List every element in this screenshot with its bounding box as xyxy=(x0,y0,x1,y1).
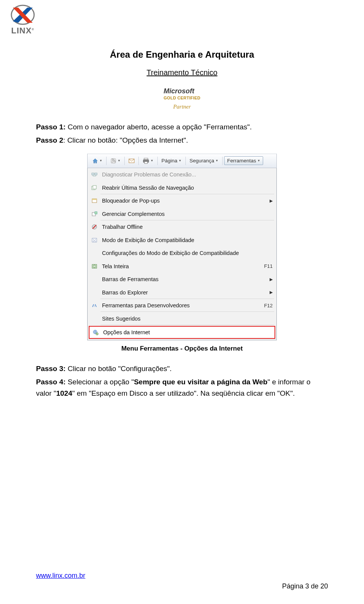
blank-icon xyxy=(90,275,99,283)
toolbar-separator xyxy=(106,157,107,165)
addon-icon xyxy=(90,210,99,218)
chevron-down-icon: ▼ xyxy=(99,159,102,162)
menu-item-reopen-session[interactable]: Reabrir Última Sessão de Navegação xyxy=(88,181,276,194)
menu-item-compat-settings[interactable]: Configurações do Modo de Exibição de Com… xyxy=(88,247,276,260)
toolbar-page-label: Página xyxy=(162,158,177,164)
menu-label: Barras de Ferramentas xyxy=(102,276,265,282)
toolbar-separator xyxy=(157,157,158,165)
document-header: Área de Engenharia e Arquitetura Treinam… xyxy=(36,49,328,110)
footer-link[interactable]: www.linx.com.br xyxy=(36,572,85,579)
toolbar-page-button[interactable]: Página ▼ xyxy=(159,156,184,165)
badge-microsoft: Microsoft xyxy=(163,88,200,94)
network-icon xyxy=(90,171,99,178)
toolbar-mail-button[interactable] xyxy=(126,157,137,165)
step-2: Passo 2: Clicar no botão: "Opções da Int… xyxy=(36,135,328,146)
toolbar-separator xyxy=(138,157,139,165)
step-4-bold-b: 1024 xyxy=(56,389,72,397)
page-title: Área de Engenharia e Arquitetura xyxy=(36,49,328,60)
svg-rect-14 xyxy=(95,212,97,214)
step-1-text: Com o navegador aberto, acesse a opção "… xyxy=(66,123,252,131)
menu-label: Reabrir Última Sessão de Navegação xyxy=(102,185,273,191)
tabs-icon xyxy=(90,184,99,192)
toolbar-tools-button[interactable]: Ferramentas ▼ xyxy=(224,156,263,165)
linx-logo: LINX® xyxy=(5,5,40,36)
step-1: Passo 1: Com o navegador aberto, acesse … xyxy=(36,121,328,132)
toolbar-separator xyxy=(185,157,186,165)
screenshot-caption: Menu Ferramentas - Opções da Internet xyxy=(36,345,328,352)
body-text-lower: Passo 3: Clicar no botão "Configurações"… xyxy=(36,363,328,399)
footer: www.linx.com.br xyxy=(36,572,328,580)
toolbar-security-button[interactable]: Segurança ▼ xyxy=(187,156,221,165)
menu-label: Gerenciar Complementos xyxy=(102,211,273,217)
toolbar-feeds-button[interactable]: ▼ xyxy=(108,156,123,165)
submenu-arrow-icon: ▶ xyxy=(265,198,273,203)
chevron-down-icon: ▼ xyxy=(257,159,260,162)
menu-item-toolbars[interactable]: Barras de Ferramentas ▶ xyxy=(88,273,276,286)
popup-icon xyxy=(90,197,99,204)
menu-item-fullscreen[interactable]: Tela Inteira F11 xyxy=(88,260,276,273)
step-3-label: Passo 3: xyxy=(36,365,66,373)
compat-icon xyxy=(90,236,99,244)
blank-icon xyxy=(90,315,99,322)
page-subtitle: Treinamento Técnico xyxy=(36,68,328,77)
logo-text: LINX® xyxy=(5,26,40,36)
internet-options-icon xyxy=(91,329,100,336)
menu-label: Configurações do Modo de Exibição de Com… xyxy=(102,250,273,256)
chevron-down-icon: ▼ xyxy=(215,159,218,162)
svg-rect-12 xyxy=(92,199,97,200)
step-3-text: Clicar no botão "Configurações". xyxy=(66,365,172,373)
toolbar-print-button[interactable]: ▼ xyxy=(140,156,156,165)
toolbar-home-button[interactable]: ▼ xyxy=(90,156,105,165)
menu-item-compat-view[interactable]: Modo de Exibição de Compatibilidade xyxy=(88,233,276,247)
body-text: Passo 1: Com o navegador aberto, acesse … xyxy=(36,121,328,146)
menu-label: Modo de Exibição de Compatibilidade xyxy=(102,237,273,243)
step-4-text-c: " em "Espaço em Disco a ser utilizado". … xyxy=(72,389,295,397)
step-1-label: Passo 1: xyxy=(36,123,66,131)
toolbar-separator xyxy=(124,157,125,165)
chevron-down-icon: ▼ xyxy=(151,159,154,162)
step-4-bold-a: Sempre que eu visitar a página da Web xyxy=(134,378,267,386)
svg-rect-7 xyxy=(92,173,94,175)
offline-icon xyxy=(90,223,99,231)
menu-label: Opções da Internet xyxy=(103,329,271,335)
svg-rect-17 xyxy=(92,238,97,242)
menu-label: Trabalhar Offline xyxy=(102,224,273,230)
step-2-text: : Clicar no botão: "Opções da Internet". xyxy=(63,136,188,144)
blank-icon xyxy=(90,289,99,296)
ie-toolbar: ▼ ▼ ▼ Página ▼ Segurança xyxy=(87,154,277,168)
menu-label: Bloqueador de Pop-ups xyxy=(102,198,265,204)
svg-rect-8 xyxy=(95,173,97,175)
menu-item-manage-addons[interactable]: Gerenciar Complementos xyxy=(88,207,276,220)
menu-label: Sites Sugeridos xyxy=(102,316,273,322)
menu-shortcut: F12 xyxy=(260,303,273,308)
menu-label: Ferramentas para Desenvolvedores xyxy=(102,302,260,308)
menu-item-explorer-bars[interactable]: Barras do Explorer ▶ xyxy=(88,286,276,299)
menu-item-work-offline[interactable]: Trabalhar Offline xyxy=(88,220,276,234)
step-4: Passo 4: Selecionar a opção "Sempre que … xyxy=(36,376,328,399)
svg-rect-10 xyxy=(93,186,96,189)
menu-item-diagnose[interactable]: Diagnosticar Problemas de Conexão... xyxy=(88,168,276,181)
menu-item-popup-blocker[interactable]: Bloqueador de Pop-ups ▶ xyxy=(88,194,276,208)
ms-partner-badge: Microsoft GOLD CERTIFIED Partner xyxy=(163,88,200,110)
menu-item-dev-tools[interactable]: / Ferramentas para Desenvolvedores F12 xyxy=(88,299,276,312)
toolbar-tools-label: Ferramentas xyxy=(227,158,256,164)
svg-rect-4 xyxy=(144,158,148,160)
toolbar-separator xyxy=(222,157,223,165)
menu-label: Diagnosticar Problemas de Conexão... xyxy=(102,171,273,178)
tools-menu: Diagnosticar Problemas de Conexão... Rea… xyxy=(87,168,277,340)
badge-gold-certified: GOLD CERTIFIED xyxy=(163,96,200,100)
badge-partner: Partner xyxy=(163,104,200,110)
svg-point-2 xyxy=(112,162,113,163)
menu-item-internet-options[interactable]: Opções da Internet xyxy=(89,326,275,339)
step-4-text-a: Selecionar a opção " xyxy=(66,378,134,386)
menu-item-suggested-sites[interactable]: Sites Sugeridos xyxy=(88,312,276,325)
blank-icon xyxy=(90,249,99,257)
logo-mark-icon xyxy=(11,5,35,25)
toolbar-security-label: Segurança xyxy=(190,158,214,164)
menu-label: Tela Inteira xyxy=(102,263,260,269)
page-number: Página 3 de 20 xyxy=(282,582,328,590)
chevron-down-icon: ▼ xyxy=(118,159,121,162)
submenu-arrow-icon: ▶ xyxy=(265,290,273,295)
menu-label: Barras do Explorer xyxy=(102,289,265,296)
step-2-label: Passo 2 xyxy=(36,136,63,144)
